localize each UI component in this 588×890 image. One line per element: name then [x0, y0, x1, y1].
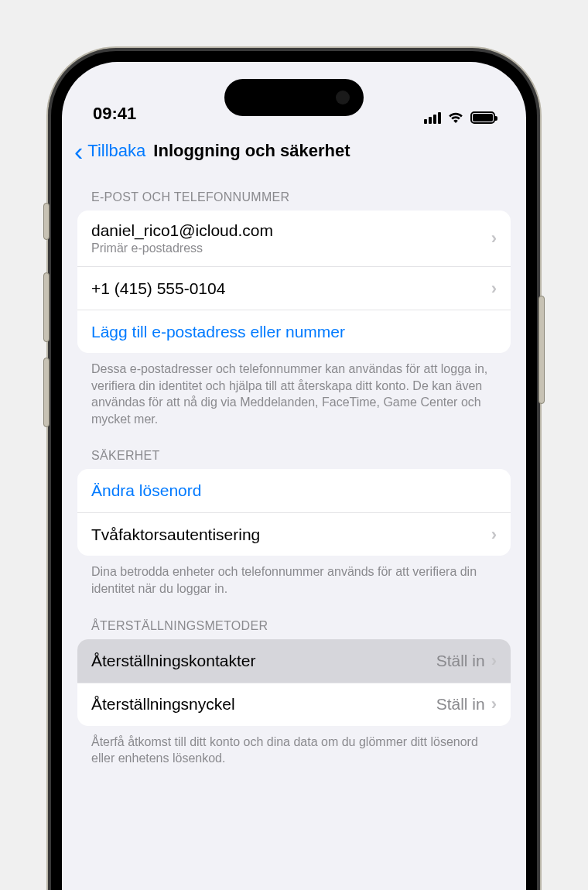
section-footer-contact: Dessa e-postadresser och telefonnummer k… — [77, 353, 511, 433]
section-footer-recovery: Återfå åtkomst till ditt konto och dina … — [77, 726, 511, 773]
add-contact-label: Lägg till e-postadress eller nummer — [91, 323, 497, 341]
section-header-contact: E-POST OCH TELEFONNUMMER — [77, 175, 511, 211]
two-factor-label: Tvåfaktorsautentisering — [91, 525, 491, 544]
contact-group: daniel_rico1@icloud.com Primär e-postadr… — [77, 211, 511, 353]
primary-email: daniel_rico1@icloud.com — [91, 221, 491, 240]
section-header-security: SÄKERHET — [77, 433, 511, 469]
chevron-right-icon: › — [491, 694, 497, 714]
chevron-right-icon: › — [491, 228, 497, 248]
recovery-contacts-row[interactable]: Återställningskontakter Ställ in › — [77, 639, 511, 683]
change-password-label: Ändra lösenord — [91, 481, 497, 500]
add-contact-row[interactable]: Lägg till e-postadress eller nummer — [77, 310, 511, 353]
primary-email-row[interactable]: daniel_rico1@icloud.com Primär e-postadr… — [77, 211, 511, 266]
recovery-contacts-label: Återställningskontakter — [91, 652, 436, 670]
chevron-right-icon: › — [491, 279, 497, 299]
recovery-key-row[interactable]: Återställningsnyckel Ställ in › — [77, 683, 511, 726]
phone-frame: 09:41 ‹ Till — [46, 46, 542, 890]
status-time: 09:41 — [93, 104, 136, 124]
recovery-key-value: Ställ in — [436, 695, 485, 714]
chevron-right-icon: › — [491, 651, 497, 671]
back-chevron-icon[interactable]: ‹ — [70, 138, 84, 164]
power-button — [538, 296, 545, 404]
recovery-contacts-value: Ställ in — [436, 652, 485, 670]
two-factor-row[interactable]: Tvåfaktorsautentisering › — [77, 512, 511, 556]
recovery-group: Återställningskontakter Ställ in › Åters… — [77, 639, 511, 726]
screen: 09:41 ‹ Till — [62, 62, 526, 890]
back-button[interactable]: Tillbaka — [87, 141, 145, 161]
battery-icon — [470, 111, 495, 124]
change-password-row[interactable]: Ändra lösenord — [77, 469, 511, 512]
section-header-recovery: ÅTERSTÄLLNINGSMETODER — [77, 604, 511, 639]
recovery-key-label: Återställningsnyckel — [91, 695, 436, 714]
volume-up-button — [43, 272, 50, 342]
mute-switch — [43, 203, 50, 240]
primary-email-sub: Primär e-postadress — [91, 241, 491, 255]
phone-row[interactable]: +1 (415) 555-0104 › — [77, 266, 511, 310]
security-group: Ändra lösenord Tvåfaktorsautentisering › — [77, 469, 511, 556]
page-title: Inloggning och säkerhet — [153, 141, 350, 161]
cellular-icon — [424, 111, 441, 124]
volume-down-button — [43, 358, 50, 427]
chevron-right-icon: › — [491, 525, 497, 545]
nav-bar: ‹ Tillbaka Inloggning och säkerhet — [62, 130, 526, 175]
wifi-icon — [447, 111, 464, 124]
phone-number: +1 (415) 555-0104 — [91, 279, 491, 298]
section-footer-security: Dina betrodda enheter och telefonnummer … — [77, 556, 511, 603]
dynamic-island — [224, 79, 364, 116]
